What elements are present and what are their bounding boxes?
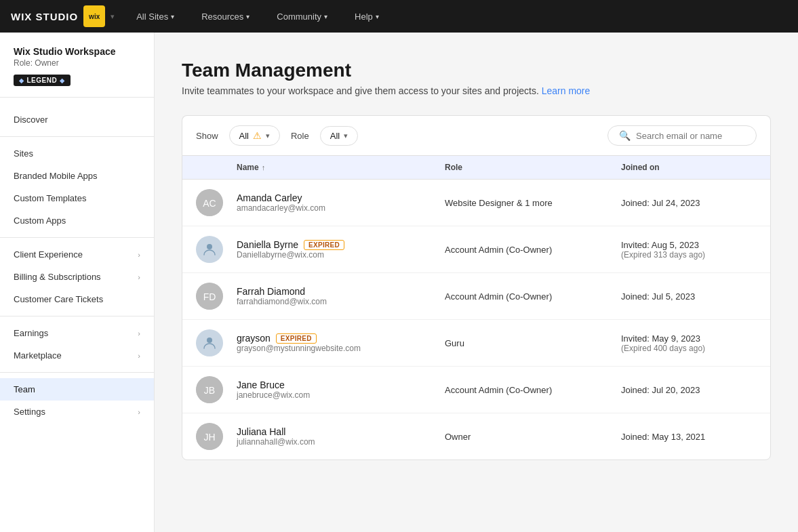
divider-4: [0, 372, 154, 373]
member-info: Jane Bruce janebruce@wix.com: [237, 380, 445, 400]
member-role: Account Admin (Co-Owner): [445, 291, 621, 302]
sidebar-item-team[interactable]: Team: [0, 378, 154, 401]
search-icon: 🔍: [619, 130, 631, 141]
member-role: Account Admin (Co-Owner): [445, 245, 621, 255]
show-filter-chevron-icon: ▾: [266, 131, 270, 140]
member-name: Daniella Byrne EXPIRED: [237, 239, 445, 250]
sidebar-item-settings[interactable]: Settings ›: [0, 401, 154, 423]
table-row[interactable]: FD Farrah Diamond farrahdiamond@wix.com …: [182, 273, 770, 320]
member-joined: Joined: May 13, 2021: [621, 432, 757, 442]
avatar: FD: [196, 283, 237, 310]
member-info: Amanda Carley amandacarley@wix.com: [237, 192, 445, 213]
sidebar-item-marketplace[interactable]: Marketplace ›: [0, 344, 154, 367]
main-content: Team Management Invite teammates to your…: [155, 33, 798, 532]
member-joined: Joined: Jul 5, 2023: [621, 291, 757, 302]
table-row[interactable]: grayson EXPIRED grayson@mystunningwebsit…: [182, 320, 770, 367]
sidebar-main-section: Discover Sites Branded Mobile Apps Custo…: [0, 98, 154, 428]
diamond-left-icon: ◆: [19, 77, 24, 84]
sidebar-item-discover[interactable]: Discover: [0, 108, 154, 131]
page-title: Team Management: [182, 60, 771, 81]
member-email: amandacarley@wix.com: [237, 203, 445, 213]
role-filter-chevron-icon: ▾: [344, 131, 348, 140]
nav-community[interactable]: Community ▾: [271, 9, 333, 24]
sidebar-item-client-experience[interactable]: Client Experience ›: [0, 243, 154, 266]
learn-more-link[interactable]: Learn more: [542, 85, 591, 96]
member-email: Daniellabyrne@wix.com: [237, 250, 445, 260]
brand-logo-area: WIX STUDIO wix ▾: [11, 5, 115, 27]
avatar: [196, 329, 237, 356]
sidebar-item-earnings[interactable]: Earnings ›: [0, 322, 154, 344]
role-header: Role: [445, 163, 621, 172]
joined-header: Joined on: [621, 163, 757, 172]
nav-resources[interactable]: Resources ▾: [196, 9, 255, 24]
diamond-right-icon: ◆: [60, 77, 65, 84]
member-joined: Invited: Aug 5, 2023(Expired 313 days ag…: [621, 240, 757, 260]
show-filter-dropdown[interactable]: All ⚠ ▾: [229, 125, 280, 146]
svg-point-2: [207, 244, 212, 249]
nav-all-sites[interactable]: All Sites ▾: [131, 9, 180, 24]
avatar: JB: [196, 376, 237, 403]
avatar: [196, 329, 223, 356]
search-input[interactable]: [636, 131, 744, 141]
member-joined: Joined: Jul 24, 2023: [621, 198, 757, 208]
avatar: AC: [196, 189, 237, 216]
sidebar-item-branded-mobile-apps[interactable]: Branded Mobile Apps: [0, 165, 154, 187]
sidebar-item-custom-apps[interactable]: Custom Apps: [0, 209, 154, 232]
expired-badge: EXPIRED: [304, 240, 344, 250]
badge-text: LEGEND: [27, 77, 58, 84]
avatar: JH: [196, 423, 223, 450]
divider-2: [0, 237, 154, 238]
page-subtitle: Invite teammates to your workspace and g…: [182, 85, 771, 96]
community-chevron-icon: ▾: [324, 13, 327, 20]
member-name: Amanda Carley: [237, 192, 445, 203]
member-info: Farrah Diamond farrahdiamond@wix.com: [237, 286, 445, 306]
workspace-info: Wix Studio Workspace Role: Owner ◆ LEGEN…: [0, 33, 154, 98]
role-label: Role: [291, 131, 309, 141]
legend-badge: ◆ LEGEND ◆: [14, 75, 71, 86]
divider-1: [0, 136, 154, 137]
member-info: Juliana Hall juliannahall@wix.com: [237, 426, 445, 447]
table-body: AC Amanda Carley amandacarley@wix.com We…: [182, 180, 770, 459]
warning-icon: ⚠: [253, 130, 262, 141]
table-row[interactable]: Daniella Byrne EXPIRED Daniellabyrne@wix…: [182, 226, 770, 273]
table-row[interactable]: AC Amanda Carley amandacarley@wix.com We…: [182, 180, 770, 226]
show-filter-value: All: [239, 131, 249, 141]
member-name: Jane Bruce: [237, 380, 445, 390]
brand-name: WIX STUDIO: [11, 11, 78, 22]
svg-text:JB: JB: [204, 385, 215, 396]
table-row[interactable]: JH Juliana Hall juliannahall@wix.com Own…: [182, 413, 770, 459]
avatar: AC: [196, 189, 223, 216]
top-nav: WIX STUDIO wix ▾ All Sites ▾ Resources ▾…: [0, 0, 798, 33]
role-filter-dropdown[interactable]: All ▾: [320, 126, 358, 146]
wix-logo: wix: [83, 5, 105, 27]
nav-help[interactable]: Help ▾: [349, 9, 384, 24]
role-filter-value: All: [330, 131, 340, 141]
svg-text:FD: FD: [203, 291, 216, 302]
search-box[interactable]: 🔍: [607, 125, 757, 146]
sidebar-item-sites[interactable]: Sites: [0, 142, 154, 165]
member-role: Guru: [445, 338, 621, 348]
table-row[interactable]: JB Jane Bruce janebruce@wix.com Account …: [182, 367, 770, 413]
member-name: Juliana Hall: [237, 426, 445, 437]
sidebar-item-customer-care-tickets[interactable]: Customer Care Tickets: [0, 288, 154, 310]
client-experience-chevron-icon: ›: [138, 251, 140, 259]
brand-chevron[interactable]: ▾: [111, 12, 115, 21]
avatar: FD: [196, 283, 223, 310]
filters-bar: Show All ⚠ ▾ Role All ▾ 🔍: [182, 115, 771, 155]
member-email: grayson@mystunningwebsite.com: [237, 344, 445, 353]
expired-badge: EXPIRED: [276, 333, 317, 344]
workspace-role: Role: Owner: [14, 58, 140, 68]
sidebar-item-custom-templates[interactable]: Custom Templates: [0, 187, 154, 209]
avatar: JH: [196, 423, 237, 450]
wix-logo-text: wix: [89, 13, 100, 20]
member-role: Account Admin (Co-Owner): [445, 385, 621, 395]
svg-text:JH: JH: [203, 432, 215, 443]
svg-text:AC: AC: [203, 198, 216, 209]
sidebar-item-billing-subscriptions[interactable]: Billing & Subscriptions ›: [0, 266, 154, 288]
show-label: Show: [196, 131, 218, 141]
member-info: Daniella Byrne EXPIRED Daniellabyrne@wix…: [237, 239, 445, 260]
workspace-name: Wix Studio Workspace: [14, 46, 140, 57]
name-header[interactable]: Name ↑: [237, 163, 445, 172]
billing-chevron-icon: ›: [138, 273, 140, 281]
marketplace-chevron-icon: ›: [138, 352, 140, 360]
